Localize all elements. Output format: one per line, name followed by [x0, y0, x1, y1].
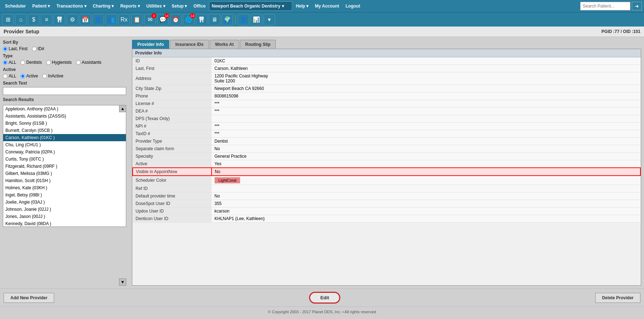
field-value: Carson, Kathleen: [212, 65, 640, 72]
main-content: Sort By Last, First ID# Type ALL: [0, 37, 644, 289]
top-navigation: Scheduler Patient ▾ Transactions ▾ Chart…: [0, 0, 644, 12]
list-item[interactable]: Fitzgerald, Richard (09RF ): [3, 163, 126, 170]
list-item[interactable]: Chu, Ling (CHU1 ): [3, 141, 126, 148]
type-hygienists-option[interactable]: Hygienists: [46, 60, 72, 65]
users-icon[interactable]: 👤: [238, 14, 249, 25]
active-all-option[interactable]: ALL: [3, 73, 16, 78]
active-inactive-option[interactable]: InActive: [42, 73, 63, 78]
field-label: DEA #: [133, 108, 212, 115]
list-item[interactable]: Ingel, Betsy (09BI ): [3, 191, 126, 199]
type-dentists-option[interactable]: Dentists: [20, 60, 42, 65]
list-item[interactable]: Carson, Kathleen (01KC ): [3, 134, 126, 141]
page-header: Provider Setup PGID :77 / OID :101: [0, 27, 644, 37]
list-item[interactable]: Gilbert, Melissa (03MG ): [3, 170, 126, 177]
dollar-icon[interactable]: $: [28, 14, 39, 25]
table-row: Default provider timeNo: [133, 192, 640, 200]
bottom-bar: Add New Provider Edit Delete Provider: [0, 289, 644, 306]
nav-transactions[interactable]: Transactions ▾: [53, 2, 89, 10]
nav-help[interactable]: Help ▾: [293, 2, 311, 10]
tooth-icon[interactable]: 🦷: [54, 14, 65, 25]
home-icon[interactable]: ⊞: [2, 14, 14, 25]
field-label: Phone: [133, 92, 212, 100]
person-add-icon[interactable]: 👤: [93, 14, 104, 25]
rx-icon[interactable]: Rx: [118, 14, 130, 25]
dropdown-icon[interactable]: ▾: [264, 14, 275, 25]
table-row: Scheduler ColorLightCoral: [133, 176, 640, 185]
nav-setup[interactable]: Setup ▾: [169, 2, 190, 10]
monitor-icon[interactable]: 🖥: [209, 14, 220, 25]
field-value: 1200 Pacific Coast HighwaySuite 1200: [212, 72, 640, 85]
clipboard-icon[interactable]: 📋: [131, 14, 143, 25]
field-value: General Practice: [212, 153, 640, 160]
field-label: Provider Type: [133, 138, 212, 145]
search-patient-input[interactable]: [580, 2, 630, 10]
tab-insurance-ids[interactable]: Insurance IDs: [170, 40, 209, 49]
report-icon[interactable]: 📊: [251, 14, 262, 25]
field-value: ***: [212, 130, 640, 138]
table-row: Provider TypeDentist: [133, 138, 640, 145]
sort-last-first-option[interactable]: Last, First: [3, 46, 28, 51]
search-text-input[interactable]: [3, 87, 126, 95]
nav-charting[interactable]: Charting ▾: [90, 2, 117, 10]
type-section: Type ALL Dentists Hygienists Assistants: [3, 53, 126, 65]
search-text-label: Search Text: [3, 81, 126, 86]
list-item[interactable]: Jones, Jason (00JJ ): [3, 213, 126, 220]
tooth3-icon[interactable]: 🦷: [196, 14, 207, 25]
ledger-icon[interactable]: ≡: [41, 14, 52, 25]
chat-badge: 14: [164, 13, 169, 18]
type-assistants-option[interactable]: Assistants: [76, 60, 101, 65]
office-select[interactable]: Newport Beach Organic Dentistry ▾: [209, 1, 292, 11]
list-scroll-up-button[interactable]: ▲: [119, 105, 126, 112]
list-item[interactable]: Holmes, Kate (03KH ): [3, 184, 126, 191]
active-active-option[interactable]: Active: [20, 73, 38, 78]
page-ids: PGID :77 / OID :101: [601, 29, 640, 34]
calendar-icon[interactable]: 📅: [80, 14, 91, 25]
nav-reports[interactable]: Reports ▾: [117, 2, 143, 10]
list-item[interactable]: Connway, Patricia (02PA ): [3, 148, 126, 156]
add-new-provider-button[interactable]: Add New Provider: [4, 293, 54, 303]
type-all-option[interactable]: ALL: [3, 60, 16, 65]
field-value: No: [212, 192, 640, 200]
nav-logout[interactable]: Logout: [343, 2, 363, 10]
tab-works-at[interactable]: Works At: [210, 40, 239, 49]
nav-my-account[interactable]: My Account: [312, 2, 342, 10]
delete-provider-button[interactable]: Delete Provider: [595, 293, 640, 303]
list-item[interactable]: Burnett, Carolyn (05CB ): [3, 127, 126, 134]
tooth2-icon[interactable]: ⚙: [67, 14, 78, 25]
field-label: Updox User ID: [133, 208, 212, 215]
field-label: TaxID #: [133, 130, 212, 138]
nav-utilities[interactable]: Utilities ▾: [143, 2, 168, 10]
field-label: Default provider time: [133, 192, 212, 200]
office-selector-wrapper: Newport Beach Organic Dentistry ▾: [209, 1, 292, 11]
list-item[interactable]: Bright, Sonny (01SB ): [3, 120, 126, 127]
list-item[interactable]: Joelie, Angie (03AJ ): [3, 199, 126, 206]
tab-routing-slip[interactable]: Routing Slip: [240, 40, 276, 49]
tab-provider-info[interactable]: Provider Info: [132, 40, 169, 49]
office-dropdown-icon: ▾: [282, 4, 284, 9]
globe-badge: 14: [190, 13, 195, 18]
type-label: Type: [3, 53, 126, 58]
list-item[interactable]: Assistants, Assistants (ZASSIS): [3, 113, 126, 120]
field-label: License #: [133, 100, 212, 108]
list-item[interactable]: Hamilton, Scott (01SH ): [3, 177, 126, 184]
info-panel: Provider Info ID01KCLast, FirstCarson, K…: [132, 49, 641, 286]
edit-button[interactable]: Edit: [309, 292, 340, 304]
web-icon[interactable]: 🌍: [222, 14, 233, 25]
table-row: ActiveYes: [133, 160, 640, 168]
group-icon[interactable]: 👥: [105, 14, 117, 25]
list-item[interactable]: Appletoon, Anthony (02AA ): [3, 105, 126, 113]
list-scroll-down-button[interactable]: ▼: [119, 278, 126, 286]
list-item[interactable]: Johnson, Joanie (02JJ ): [3, 206, 126, 213]
field-label: Last, First: [133, 65, 212, 72]
left-panel: Sort By Last, First ID# Type ALL: [0, 37, 129, 289]
list-item[interactable]: Kennedy, David (08DA ): [3, 220, 126, 227]
copyright-text: © Copyright 2003 - 2017 Planet DDS, Inc.…: [268, 310, 376, 314]
nav-patient[interactable]: Patient ▾: [29, 2, 53, 10]
list-item[interactable]: Curtis, Tony (00TC ): [3, 156, 126, 163]
sort-id-option[interactable]: ID#: [32, 46, 44, 51]
nav-scheduler[interactable]: Scheduler: [2, 2, 29, 10]
nav-office[interactable]: Office: [190, 2, 208, 10]
search-patient-button[interactable]: ➜: [632, 2, 642, 10]
clock-icon[interactable]: ⏰: [170, 14, 181, 25]
house-icon[interactable]: ⌂: [15, 14, 27, 25]
